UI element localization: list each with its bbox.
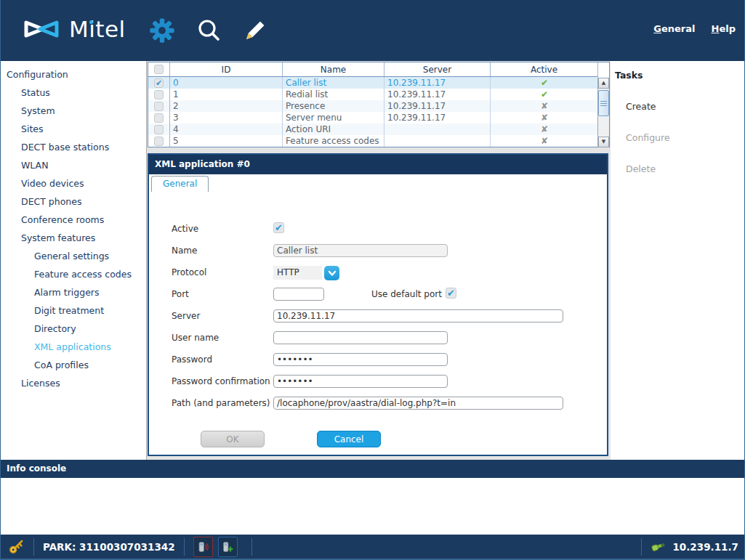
search-icon[interactable] bbox=[194, 16, 223, 45]
cancel-button[interactable]: Cancel bbox=[317, 431, 381, 447]
sidebar-item-system[interactable]: System bbox=[1, 102, 146, 120]
ok-button[interactable]: OK bbox=[201, 431, 265, 447]
row-checkbox[interactable]: ✔ bbox=[154, 78, 164, 88]
sidebar-item-status[interactable]: Status bbox=[1, 84, 146, 102]
cell-name: Caller list bbox=[283, 77, 384, 89]
username-field[interactable] bbox=[273, 331, 448, 344]
cell-id: 0 bbox=[170, 77, 283, 89]
form-row-active: Active ✔ bbox=[149, 222, 607, 244]
table-row[interactable]: 2 Presence 10.239.11.17 ✘ bbox=[148, 100, 598, 112]
scroll-up-button[interactable]: ▲ bbox=[598, 78, 609, 89]
tab-general[interactable]: General bbox=[151, 176, 209, 192]
sidebar-item-video-devices[interactable]: Video devices bbox=[1, 174, 146, 192]
username-label: User name bbox=[172, 331, 273, 343]
sidebar-item-conference-rooms[interactable]: Conference rooms bbox=[1, 211, 146, 229]
nav-help-link[interactable]: Help bbox=[712, 23, 736, 34]
system-ip-label: 10.239.11.7 bbox=[672, 541, 738, 553]
sidebar-item-digit-treatment[interactable]: Digit treatment bbox=[1, 301, 146, 320]
dialog-body: General Active ✔ Name Protocol HTTP bbox=[149, 174, 607, 455]
scroll-down-button[interactable]: ▼ bbox=[598, 137, 609, 147]
navigation-tree: Configuration Status System Sites DECT b… bbox=[1, 61, 147, 460]
dect-alarm-icon bbox=[197, 541, 209, 553]
status-bar: PARK: 31100307031342 bbox=[1, 535, 745, 560]
table-scrollbar[interactable]: ▲ ▼ bbox=[597, 78, 609, 147]
sidebar-item-dect-phones[interactable]: DECT phones bbox=[1, 192, 146, 211]
sidebar-item-sites[interactable]: Sites bbox=[1, 120, 146, 138]
table-row[interactable]: ✔ 0 Caller list 10.239.11.17 ✔ bbox=[148, 77, 598, 89]
sidebar-item-coa-profiles[interactable]: CoA profiles bbox=[1, 356, 146, 374]
mitel-logo-icon bbox=[21, 16, 62, 42]
cell-id: 3 bbox=[170, 112, 283, 123]
server-field[interactable] bbox=[273, 309, 563, 322]
sidebar-item-licenses[interactable]: Licenses bbox=[1, 374, 146, 392]
sidebar-item-general-settings[interactable]: General settings bbox=[1, 247, 146, 265]
tasks-title: Tasks bbox=[611, 61, 745, 81]
cell-name: Presence bbox=[283, 100, 384, 112]
table-row[interactable]: 5 Feature access codes ✘ bbox=[148, 135, 598, 147]
column-header-server: Server bbox=[384, 62, 491, 76]
form-row-server: Server bbox=[149, 309, 607, 331]
active-status-icon: ✘ bbox=[541, 124, 548, 134]
table-row[interactable]: 3 Server menu 10.239.11.17 ✘ bbox=[148, 112, 598, 123]
info-console-output bbox=[1, 478, 745, 535]
password-label: Password bbox=[172, 353, 273, 365]
task-delete[interactable]: Delete bbox=[611, 163, 745, 174]
sidebar-item-feature-access-codes[interactable]: Feature access codes bbox=[1, 265, 146, 283]
sidebar-item-wlan[interactable]: WLAN bbox=[1, 156, 146, 174]
name-field[interactable] bbox=[273, 244, 448, 257]
cell-server: 10.239.11.17 bbox=[384, 112, 491, 123]
sidebar-item-configuration[interactable]: Configuration bbox=[1, 65, 146, 84]
connection-icon bbox=[651, 540, 667, 553]
cell-id: 1 bbox=[170, 89, 283, 100]
row-checkbox[interactable] bbox=[154, 125, 164, 134]
status-separator bbox=[641, 538, 642, 556]
protocol-dropdown-button[interactable] bbox=[324, 266, 339, 280]
add-phone-button[interactable] bbox=[218, 537, 238, 557]
active-status-icon: ✘ bbox=[541, 113, 548, 123]
form-row-name: Name bbox=[149, 244, 607, 266]
add-phone-icon bbox=[222, 541, 233, 553]
row-checkbox[interactable] bbox=[154, 102, 164, 111]
scrollbar-thumb[interactable] bbox=[598, 90, 609, 116]
cell-server bbox=[384, 135, 491, 147]
cell-server: 10.239.11.17 bbox=[384, 89, 491, 100]
key-icon bbox=[8, 538, 25, 555]
use-default-port-checkbox[interactable]: ✔ bbox=[446, 288, 456, 299]
status-separator bbox=[33, 538, 34, 556]
task-configure[interactable]: Configure bbox=[611, 132, 745, 143]
table-row[interactable]: 4 Action URI ✘ bbox=[148, 123, 598, 135]
port-field[interactable] bbox=[273, 288, 324, 301]
edit-icon[interactable] bbox=[241, 16, 270, 45]
protocol-select[interactable]: HTTP bbox=[273, 266, 322, 280]
table-row[interactable]: 1 Redial list 10.239.11.17 ✔ bbox=[148, 89, 598, 100]
nav-general-link[interactable]: General bbox=[653, 23, 695, 34]
cell-name: Server menu bbox=[283, 112, 384, 123]
row-checkbox[interactable] bbox=[154, 90, 164, 100]
form-row-username: User name bbox=[149, 331, 607, 353]
cell-id: 5 bbox=[170, 135, 283, 147]
sidebar-item-directory[interactable]: Directory bbox=[1, 320, 146, 338]
password-field[interactable] bbox=[273, 353, 448, 366]
xml-application-dialog: XML application #0 General Active ✔ Name… bbox=[148, 153, 608, 456]
cell-name: Feature access codes bbox=[283, 135, 384, 147]
row-checkbox[interactable] bbox=[154, 113, 164, 123]
sidebar-item-alarm-triggers[interactable]: Alarm triggers bbox=[1, 283, 146, 301]
active-checkbox[interactable]: ✔ bbox=[273, 222, 284, 233]
form-row-password: Password bbox=[149, 353, 607, 375]
settings-icon[interactable] bbox=[148, 16, 177, 45]
row-checkbox[interactable] bbox=[154, 137, 164, 146]
mitel-logo: Mitel bbox=[21, 16, 126, 42]
sidebar-item-system-features[interactable]: System features bbox=[1, 229, 146, 247]
task-create[interactable]: Create bbox=[611, 101, 745, 112]
active-status-icon: ✘ bbox=[541, 136, 548, 146]
cell-server: 10.239.11.17 bbox=[384, 100, 491, 112]
tasks-panel: Tasks Create Configure Delete bbox=[611, 61, 745, 460]
cell-name: Redial list bbox=[283, 89, 384, 100]
sidebar-item-dect-base-stations[interactable]: DECT base stations bbox=[1, 138, 146, 156]
active-status-icon: ✔ bbox=[541, 78, 548, 88]
dect-alarm-button[interactable] bbox=[193, 537, 213, 557]
select-all-checkbox[interactable] bbox=[154, 65, 164, 74]
path-field[interactable] bbox=[273, 397, 563, 410]
password-confirmation-field[interactable] bbox=[273, 375, 448, 388]
sidebar-item-xml-applications[interactable]: XML applications bbox=[1, 338, 146, 356]
